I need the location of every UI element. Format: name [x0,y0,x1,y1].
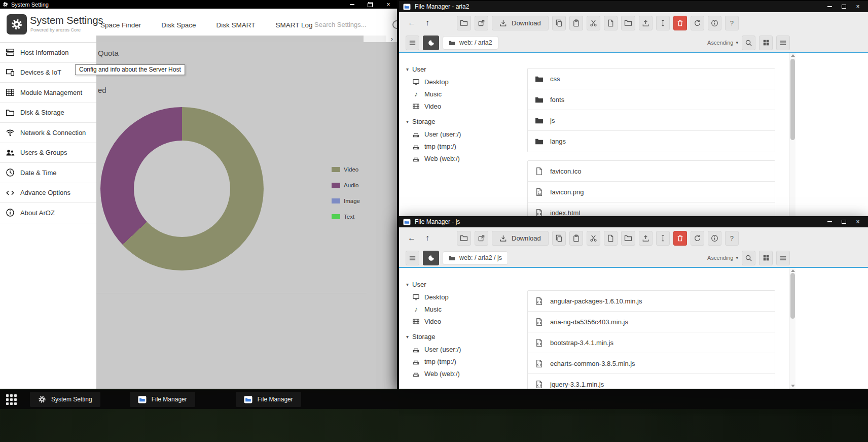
list-view-button[interactable] [776,251,790,265]
tree-item-music[interactable]: ♪ Music [406,88,526,100]
search-button[interactable] [742,36,755,50]
tree-section-storage[interactable]: ▾ Storage [406,115,526,128]
file-row-bootstrap[interactable]: bootstrap-3.4.1.min.js [528,332,775,353]
minimize-button[interactable] [344,0,359,9]
system-settings-titlebar[interactable]: System Setting × [0,0,397,9]
file-manager-titlebar[interactable]: File Manager - js × [399,216,868,227]
tree-item-tmp-drive[interactable]: tmp (tmp:/) [406,355,526,367]
new-folder-button[interactable] [621,231,635,246]
file-row-jquery[interactable]: jquery-3.3.1.min.js [528,374,775,389]
close-button[interactable]: × [852,216,864,227]
tree-section-user[interactable]: ▾ User [406,278,526,291]
tree-item-tmp-drive[interactable]: tmp (tmp:/) [406,140,526,152]
sidebar-item-about-aroz[interactable]: About ArOZ [0,203,96,223]
tab-disk-smart[interactable]: Disk SMART [216,21,256,29]
tree-item-web-drive[interactable]: Web (web:/) [406,152,526,164]
download-button[interactable]: Download [492,231,549,246]
close-button[interactable]: × [852,1,864,12]
dark-mode-toggle[interactable] [423,251,439,265]
scroll-right-arrow[interactable]: › [388,36,396,42]
cut-button[interactable] [587,231,600,246]
file-row-css[interactable]: css [528,69,775,89]
new-file-button[interactable] [604,231,618,246]
tab-smart-log[interactable]: SMART Log [276,21,313,29]
sidebar-item-users-groups[interactable]: Users & Groups [0,143,96,163]
apps-menu-icon[interactable] [6,394,17,405]
file-row-fonts[interactable]: fonts [528,89,775,110]
file-row-echarts[interactable]: echarts-common-3.8.5.min.js [528,353,775,374]
copy-button[interactable] [552,16,566,30]
scroll-up-arrow[interactable] [791,269,795,272]
sidebar-item-disk-storage[interactable]: Disk & Storage [0,103,96,123]
new-folder-button[interactable] [621,16,635,30]
delete-button[interactable] [673,231,687,246]
file-row-angular[interactable]: angular-packages-1.6.10.min.js [528,291,775,312]
scroll-down-arrow[interactable] [791,385,795,387]
scrollbar-thumb[interactable] [790,273,795,319]
grid-view-button[interactable] [759,251,773,265]
dark-mode-toggle[interactable] [423,36,439,50]
tree-item-web-drive[interactable]: Web (web:/) [406,367,526,380]
sidebar-item-host-information[interactable]: Host Information [0,43,96,63]
info-button[interactable] [708,16,721,30]
file-row-aria-ng[interactable]: aria-ng-da5356c403.min.js [528,312,775,332]
help-button[interactable]: ? [725,16,739,30]
tree-item-music[interactable]: ♪ Music [406,303,526,315]
file-row-langs[interactable]: langs [528,131,775,152]
restore-button[interactable] [363,0,378,9]
open-folder-button[interactable] [457,16,471,30]
list-view-button[interactable] [776,36,790,50]
vertical-scrollbar[interactable] [789,268,795,389]
tree-item-video[interactable]: Video [406,100,526,112]
help-button[interactable]: ? [725,231,739,246]
taskbar-item-file-manager-1[interactable]: File Manager [130,392,195,407]
file-row-favicon-ico[interactable]: favicon.ico [528,161,775,182]
sort-dropdown[interactable]: Ascending ▾ [707,40,738,46]
file-row-favicon-png[interactable]: favicon.png [528,182,775,202]
upload-button[interactable] [639,231,653,246]
tab-disk-space[interactable]: Disk Space [161,21,196,29]
sidebar-item-network-connection[interactable]: Network & Connection [0,123,96,143]
tree-item-desktop[interactable]: Desktop [406,76,526,88]
rename-button[interactable] [656,231,670,246]
sidebar-item-date-time[interactable]: Date & Time [0,163,96,183]
delete-button[interactable] [673,16,687,30]
paste-button[interactable] [569,16,583,30]
scroll-up-arrow[interactable] [791,54,795,57]
refresh-button[interactable] [691,16,704,30]
tab-space-finder[interactable]: Space Finder [100,21,141,29]
search-button[interactable] [742,251,755,265]
tree-item-desktop[interactable]: Desktop [406,291,526,303]
maximize-button[interactable] [838,1,850,12]
back-button[interactable]: ← [406,231,418,246]
menu-button[interactable] [406,251,419,265]
scrollbar-thumb[interactable] [790,59,795,140]
tree-item-video[interactable]: Video [406,315,526,327]
cut-button[interactable] [587,16,600,30]
new-file-button[interactable] [604,16,618,30]
breadcrumb[interactable]: web: / aria2 [443,36,498,50]
copy-button[interactable] [552,231,566,246]
open-folder-button[interactable] [457,231,471,246]
minimize-button[interactable] [823,1,836,12]
tree-item-user-drive[interactable]: User (user:/) [406,343,526,355]
grid-view-button[interactable] [759,36,773,50]
up-button[interactable]: ↑ [421,231,433,246]
file-manager-titlebar[interactable]: File Manager - aria2 × [399,1,868,12]
sort-dropdown[interactable]: Ascending ▾ [707,255,738,261]
upload-button[interactable] [639,16,653,30]
paste-button[interactable] [569,231,583,246]
tabs-scrollbar[interactable] [96,36,386,42]
open-in-new-button[interactable] [475,16,488,30]
file-row-js[interactable]: js [528,110,775,131]
refresh-button[interactable] [691,231,704,246]
menu-button[interactable] [406,36,419,50]
breadcrumb[interactable]: web: / aria2 / js [443,251,508,265]
up-button[interactable]: ↑ [421,16,433,30]
tree-item-user-drive[interactable]: User (user:/) [406,128,526,140]
maximize-button[interactable] [838,216,850,227]
tree-section-storage[interactable]: ▾ Storage [406,330,526,343]
taskbar-item-file-manager-2[interactable]: File Manager [236,392,301,407]
close-button[interactable]: × [381,0,396,9]
tree-section-user[interactable]: ▾ User [406,63,526,76]
